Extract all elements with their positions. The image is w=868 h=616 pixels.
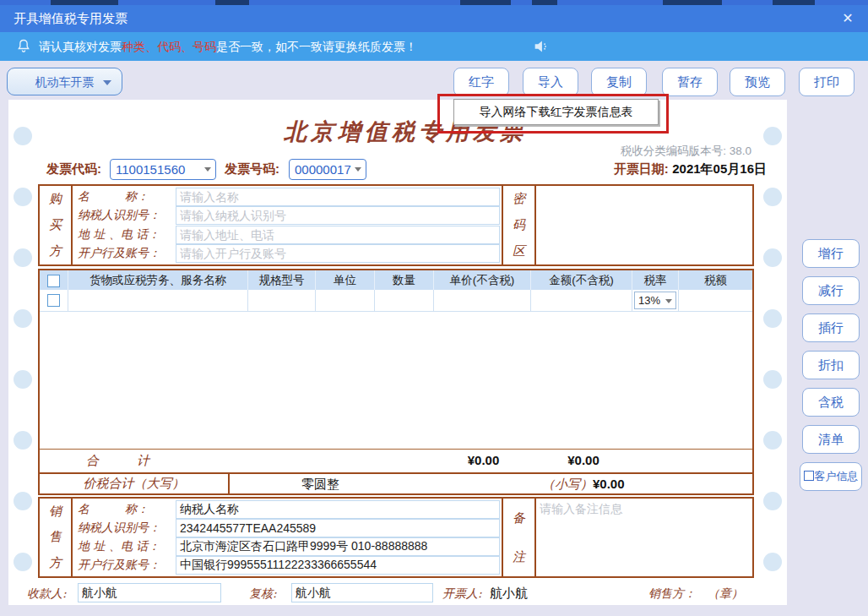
reviewer-input[interactable]: [291, 583, 433, 602]
item-unit-cell[interactable]: [316, 290, 375, 311]
password-zone-label: 密 码 区: [502, 186, 536, 264]
invoice-code-row: 发票代码: 1100151560 发票号码: 00000017 开票日期: 20…: [0, 159, 868, 181]
grand-total-values: 零圆整 （小写）¥0.00: [230, 474, 752, 493]
grand-total-small: （小写）¥0.00: [542, 474, 625, 494]
binder-dot: [14, 370, 32, 389]
buyer-name-input[interactable]: [176, 188, 500, 206]
tax-code-version: 税收分类编码版本号: 38.0: [507, 144, 751, 159]
binder-dot: [763, 492, 782, 510]
binder-dot: [14, 492, 32, 510]
list-button[interactable]: 清单: [802, 425, 860, 454]
invoice-number-value: 00000017: [295, 162, 351, 177]
seller-name-input[interactable]: [176, 500, 500, 519]
col-unit-price: 单价(不含税): [434, 270, 531, 290]
binder-dot: [14, 309, 32, 328]
seller-bank-label: 开户行及账号：: [78, 558, 176, 573]
remark-side-label: 备 注: [502, 499, 536, 576]
item-name-cell[interactable]: [68, 290, 248, 311]
grand-total-label: 价税合计（大写）: [40, 474, 230, 493]
buyer-bank-label: 开户行及账号：: [78, 246, 176, 261]
import-button[interactable]: 导入: [523, 68, 578, 96]
copy-button[interactable]: 复制: [591, 68, 647, 96]
col-unit: 单位: [316, 270, 375, 290]
buyer-fields: 名 称： 纳税人识别号： 地 址 、电 话： 开户行及账号：: [73, 186, 502, 264]
print-button[interactable]: 打印: [799, 68, 854, 96]
seller-taxid-input[interactable]: [176, 519, 500, 537]
speaker-icon[interactable]: [532, 37, 551, 56]
import-popup-menu-item[interactable]: 导入网络下载红字发票信息表: [453, 99, 659, 125]
binder-dot: [14, 188, 32, 206]
password-zone-area: [536, 186, 752, 264]
buyer-taxid-input[interactable]: [176, 206, 500, 225]
insert-row-button[interactable]: 插行: [802, 313, 860, 342]
discount-button[interactable]: 折扣: [802, 351, 860, 379]
drawer-label: 开票人:: [442, 586, 482, 602]
signer-row: 收款人: 复核: 开票人: 航小航 销售方： （章）: [0, 583, 787, 605]
binder-dot: [763, 553, 782, 571]
buyer-name-row: 名 称：: [78, 188, 500, 206]
reviewer-label: 复核:: [249, 586, 277, 602]
buyer-name-label: 名 称：: [78, 189, 176, 204]
seller-name-label: 名 称：: [78, 502, 176, 517]
tax-included-button[interactable]: 含税: [802, 388, 860, 417]
seller-stamp-label: 销售方：: [648, 586, 696, 602]
item-spec-cell[interactable]: [248, 290, 316, 311]
seller-taxid-row: 纳税人识别号：: [78, 519, 500, 537]
binder-dot: [763, 248, 782, 267]
close-icon[interactable]: ✕: [838, 9, 858, 28]
col-amount: 金额(不含税): [531, 270, 632, 290]
temp-save-button[interactable]: 暂存: [662, 68, 718, 96]
row-checkbox[interactable]: [47, 294, 60, 307]
binder-dot: [14, 127, 32, 145]
binder-dot: [763, 127, 782, 145]
binder-dot: [763, 431, 782, 450]
seller-side-label: 销 售 方: [40, 499, 73, 576]
add-row-button[interactable]: 增行: [802, 239, 860, 268]
buyer-address-input[interactable]: [176, 226, 500, 244]
binder-dot: [763, 188, 782, 206]
customer-info-button[interactable]: 客户信息: [800, 462, 862, 491]
buyer-address-label: 地 址 、电 话：: [78, 227, 176, 243]
items-table-header: 货物或应税劳务、服务名称 规格型号 单位 数量 单价(不含税) 金额(不含税) …: [40, 270, 752, 290]
buyer-section: 购 买 方 名 称： 纳税人识别号： 地 址 、电 话： 开户行及账号：: [38, 184, 754, 266]
remark-area: [536, 499, 752, 576]
customer-info-label: 客户信息: [815, 470, 859, 482]
remove-row-button[interactable]: 减行: [802, 276, 860, 305]
invoice-number-select[interactable]: 00000017: [289, 159, 366, 180]
tax-rate-select[interactable]: 13%: [634, 292, 676, 309]
item-qty-cell[interactable]: [375, 290, 434, 311]
seller-address-input[interactable]: [176, 537, 500, 556]
seller-stamp-value: （章）: [708, 586, 743, 602]
payee-input[interactable]: [78, 583, 221, 602]
buyer-bank-input[interactable]: [176, 244, 500, 263]
buyer-bank-row: 开户行及账号：: [78, 244, 500, 263]
chevron-down-icon: [665, 299, 672, 307]
binder-dot: [763, 309, 782, 328]
invoice-type-dropdown[interactable]: 机动车开票: [7, 68, 122, 95]
item-tax-cell: [679, 290, 752, 311]
invoice-number-label: 发票号码:: [225, 161, 279, 177]
col-tax-rate: 税率: [632, 270, 679, 290]
item-price-cell[interactable]: [434, 290, 531, 311]
invoice-date-value: 2021年05月16日: [672, 161, 767, 176]
invoice-code-value: 1100151560: [116, 162, 185, 177]
notice-highlight: 种类、代码、号码: [122, 40, 216, 53]
seller-bank-input[interactable]: [176, 556, 500, 575]
item-amount-cell[interactable]: [531, 290, 632, 311]
red-letter-button[interactable]: 红字: [453, 68, 509, 96]
items-table: 货物或应税劳务、服务名称 规格型号 单位 数量 单价(不含税) 金额(不含税) …: [38, 269, 754, 474]
small-write-label: （小写）: [542, 477, 593, 492]
buyer-taxid-label: 纳税人识别号：: [78, 208, 176, 223]
invoice-code-select[interactable]: 1100151560: [110, 159, 216, 180]
seller-taxid-label: 纳税人识别号：: [78, 521, 176, 536]
col-goods-name: 货物或应税劳务、服务名称: [68, 270, 248, 290]
preview-button[interactable]: 预览: [730, 68, 785, 96]
binder-dot: [14, 553, 32, 571]
tax-rate-value: 13%: [638, 294, 660, 307]
seller-fields: 名 称： 纳税人识别号： 地 址 、电 话： 开户行及账号：: [73, 499, 502, 576]
total-unit-price: ¥0.00: [435, 453, 532, 467]
buyer-address-row: 地 址 、电 话：: [78, 226, 500, 244]
remark-textarea[interactable]: [538, 500, 751, 575]
col-spec: 规格型号: [248, 270, 316, 290]
select-all-checkbox[interactable]: [47, 275, 60, 287]
